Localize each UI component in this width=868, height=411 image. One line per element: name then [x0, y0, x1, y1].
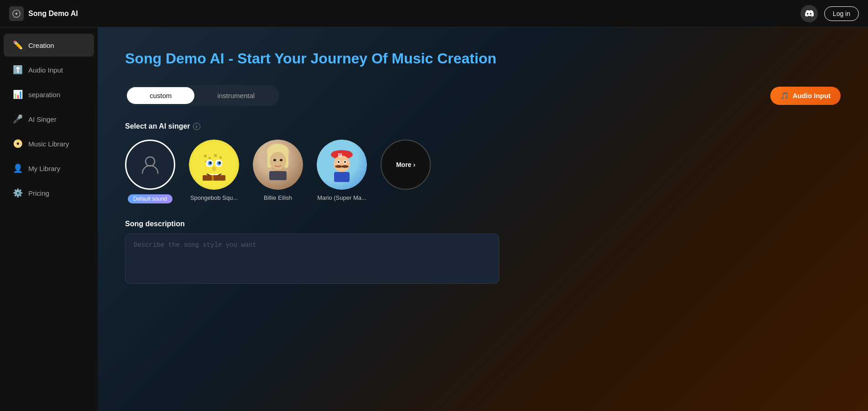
sidebar-item-pricing[interactable]: ⚙️ Pricing: [4, 182, 94, 204]
audio-input-icon: ⬆️: [13, 65, 23, 75]
tab-container: custom instrumental: [125, 85, 279, 106]
tabs-row: custom instrumental 🎵 Audio Input: [125, 85, 841, 106]
avatar-default: [125, 140, 175, 190]
tab-instrumental[interactable]: instrumental: [194, 87, 277, 104]
main-layout: ✏️ Creation ⬆️ Audio Input 📊 separation …: [0, 27, 868, 411]
topbar-right: Log in: [800, 5, 859, 22]
svg-rect-17: [203, 175, 225, 181]
sidebar-label-my-library: My Library: [28, 165, 60, 172]
song-description-textarea[interactable]: [125, 234, 499, 284]
more-label: More ›: [396, 161, 415, 168]
svg-point-35: [344, 161, 346, 163]
svg-rect-26: [269, 171, 287, 180]
creation-icon: ✏️: [13, 40, 23, 50]
sidebar-label-audio-input: Audio Input: [28, 66, 63, 74]
app-title: Song Demo AI: [28, 10, 78, 18]
music-library-icon: 📀: [13, 139, 23, 149]
svg-text:M: M: [338, 153, 342, 158]
singer-section-label: Select an AI singer i: [125, 122, 841, 130]
svg-point-31: [341, 165, 349, 168]
singer-billie[interactable]: Billie Eilish: [253, 140, 303, 201]
singer-default[interactable]: Default sound: [125, 140, 175, 203]
svg-point-25: [280, 159, 282, 161]
sidebar-item-my-library[interactable]: 👤 My Library: [4, 157, 94, 180]
pricing-icon: ⚙️: [13, 188, 23, 198]
singers-row: Default sound: [125, 140, 841, 203]
svg-point-1: [146, 157, 155, 166]
svg-point-12: [209, 162, 212, 164]
default-badge: Default sound: [128, 194, 173, 203]
svg-point-23: [270, 152, 286, 170]
singer-mario[interactable]: M Mario (Super Ma...: [317, 140, 367, 201]
singer-name-billie: Billie Eilish: [264, 194, 292, 201]
svg-point-30: [335, 165, 342, 168]
avatar-spongebob: [189, 140, 239, 190]
sidebar-label-creation: Creation: [28, 42, 54, 49]
audio-input-button[interactable]: 🎵 Audio Input: [770, 87, 841, 105]
song-description-label: Song description: [125, 220, 841, 228]
svg-point-29: [334, 156, 350, 172]
avatar-billie: [253, 140, 303, 190]
svg-point-34: [338, 161, 340, 163]
svg-rect-4: [209, 157, 211, 159]
sidebar-item-creation[interactable]: ✏️ Creation: [4, 34, 94, 57]
sidebar-item-ai-singer[interactable]: 🎤 AI Singer: [4, 108, 94, 130]
avatar-mario: M: [317, 140, 367, 190]
page-title: Song Demo AI - Start Your Journey Of Mus…: [125, 50, 841, 67]
sidebar-item-music-library[interactable]: 📀 Music Library: [4, 132, 94, 155]
sidebar-label-separation: separation: [28, 91, 60, 99]
svg-point-14: [212, 166, 216, 171]
svg-rect-3: [204, 155, 207, 157]
topbar-left: Song Demo AI: [9, 6, 78, 21]
audio-input-label: Audio Input: [793, 92, 831, 99]
login-button[interactable]: Log in: [824, 6, 859, 21]
singer-name-spongebob: Spongebob Squ...: [190, 194, 238, 201]
sidebar: ✏️ Creation ⬆️ Audio Input 📊 separation …: [0, 27, 98, 411]
sidebar-item-separation[interactable]: 📊 separation: [4, 83, 94, 106]
info-icon: i: [193, 123, 200, 130]
app-logo-icon: [9, 6, 24, 21]
tab-custom[interactable]: custom: [127, 87, 194, 104]
avatar-more: More ›: [381, 140, 431, 190]
singer-more[interactable]: More ›: [381, 140, 431, 190]
singer-name-mario: Mario (Super Ma...: [317, 194, 366, 201]
my-library-icon: 👤: [13, 163, 23, 173]
sidebar-label-ai-singer: AI Singer: [28, 115, 57, 123]
chevron-right-icon: ›: [413, 161, 415, 168]
separation-icon: 📊: [13, 89, 23, 99]
svg-rect-36: [334, 172, 350, 182]
svg-rect-6: [220, 156, 222, 159]
sidebar-item-audio-input[interactable]: ⬆️ Audio Input: [4, 58, 94, 81]
audio-input-icon-btn: 🎵: [780, 92, 789, 100]
svg-point-13: [219, 162, 221, 164]
svg-rect-18: [212, 175, 214, 181]
topbar: Song Demo AI Log in: [0, 0, 868, 27]
svg-point-24: [273, 159, 276, 161]
content-area: Song Demo AI - Start Your Journey Of Mus…: [98, 27, 868, 411]
ai-singer-icon: 🎤: [13, 114, 23, 124]
sidebar-label-pricing: Pricing: [28, 189, 49, 197]
svg-rect-5: [214, 154, 217, 157]
singer-spongebob[interactable]: Spongebob Squ...: [189, 140, 239, 201]
sidebar-label-music-library: Music Library: [28, 140, 69, 148]
discord-button[interactable]: [800, 5, 818, 22]
